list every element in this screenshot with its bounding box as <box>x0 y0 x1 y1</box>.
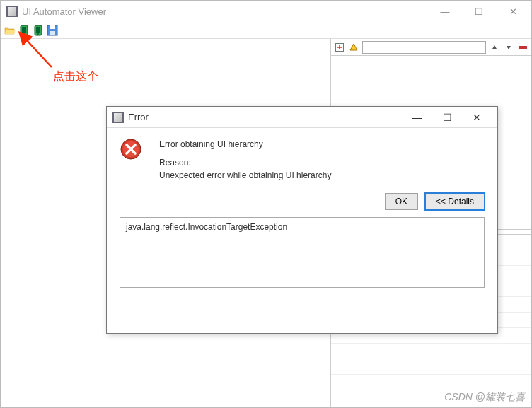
dialog-title: Error <box>128 112 149 122</box>
reason-text: Unexpected error while obtaining UI hier… <box>159 169 485 182</box>
app-icon <box>6 6 18 17</box>
open-folder-icon[interactable] <box>4 24 16 37</box>
error-icon <box>120 138 142 161</box>
expand-icon[interactable] <box>503 42 514 53</box>
error-icon-wrap <box>120 138 148 182</box>
svg-rect-1 <box>22 27 26 33</box>
window-controls: — ☐ ✕ <box>432 3 526 20</box>
dialog-buttons: OK << Details <box>120 193 485 210</box>
svg-rect-4 <box>36 27 40 33</box>
dialog-app-icon <box>112 112 124 123</box>
expand-all-icon[interactable] <box>334 42 345 53</box>
svg-rect-7 <box>50 25 55 29</box>
table-row <box>331 359 531 375</box>
exception-text: java.lang.reflect.InvocationTargetExcept… <box>126 222 478 232</box>
dialog-close-button[interactable]: ✕ <box>462 107 492 127</box>
collapse-icon[interactable] <box>489 42 500 53</box>
main-titlebar: UI Automator Viewer — ☐ ✕ <box>1 1 531 22</box>
dialog-body: Error obtaining UI hierarchy Reason: Une… <box>107 128 497 295</box>
dialog-maximize-button[interactable]: ☐ <box>432 107 462 127</box>
close-button[interactable]: ✕ <box>500 3 526 20</box>
table-row <box>331 344 531 359</box>
watermark: CSDN @罐装七喜 <box>444 391 525 404</box>
reason-label: Reason: <box>159 156 485 169</box>
svg-point-5 <box>37 33 39 35</box>
device-screenshot-compressed-icon[interactable] <box>32 24 45 37</box>
delete-icon[interactable] <box>517 42 528 53</box>
hierarchy-toolbar <box>331 39 531 56</box>
svg-rect-8 <box>50 31 55 35</box>
toolbar <box>1 22 531 39</box>
search-input[interactable] <box>362 41 486 54</box>
dialog-minimize-button[interactable]: — <box>403 107 432 127</box>
annotation-click-this: 点击这个 <box>53 69 98 84</box>
svg-line-13 <box>25 39 52 67</box>
error-heading: Error obtaining UI hierarchy <box>159 138 485 151</box>
device-screenshot-icon[interactable] <box>18 24 30 37</box>
dialog-titlebar: Error — ☐ ✕ <box>107 107 497 128</box>
ok-button[interactable]: OK <box>385 193 418 210</box>
details-textarea[interactable]: java.lang.reflect.InvocationTargetExcept… <box>120 217 485 288</box>
svg-point-2 <box>23 33 25 35</box>
minimize-button[interactable]: — <box>432 3 458 20</box>
dialog-title-left: Error <box>112 112 403 123</box>
main-title: UI Automator Viewer <box>22 6 106 17</box>
error-message-text: Error obtaining UI hierarchy Reason: Une… <box>159 138 485 182</box>
maximize-button[interactable]: ☐ <box>466 3 492 20</box>
titlebar-left: UI Automator Viewer <box>6 6 432 17</box>
details-button[interactable]: << Details <box>425 193 485 210</box>
error-dialog: Error — ☐ ✕ Error obtaining UI hierarchy… <box>106 106 498 334</box>
toggle-naf-icon[interactable] <box>348 42 359 53</box>
save-icon[interactable] <box>46 24 59 37</box>
dialog-controls: — ☐ ✕ <box>403 107 492 127</box>
svg-rect-12 <box>519 46 527 49</box>
